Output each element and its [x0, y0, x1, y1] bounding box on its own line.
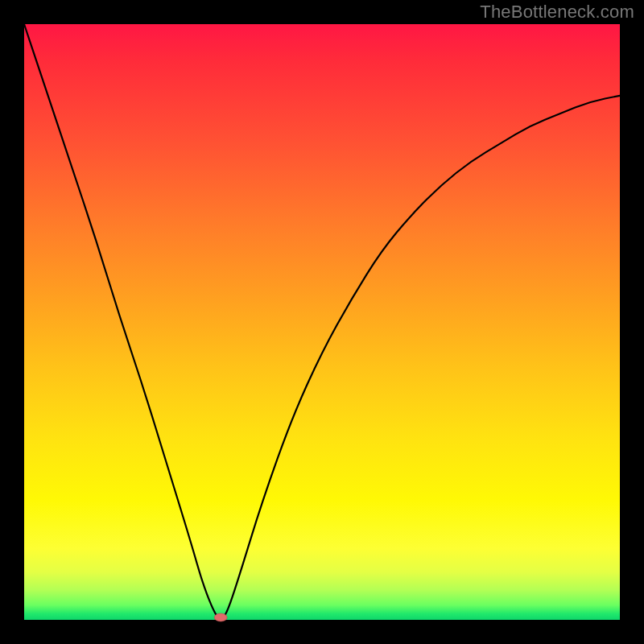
plot-area — [24, 24, 620, 620]
bottleneck-curve — [24, 24, 620, 618]
curve-layer — [24, 24, 620, 620]
chart-frame: TheBottleneck.com — [0, 0, 644, 644]
watermark-text: TheBottleneck.com — [480, 2, 634, 23]
minimum-marker — [214, 613, 227, 621]
